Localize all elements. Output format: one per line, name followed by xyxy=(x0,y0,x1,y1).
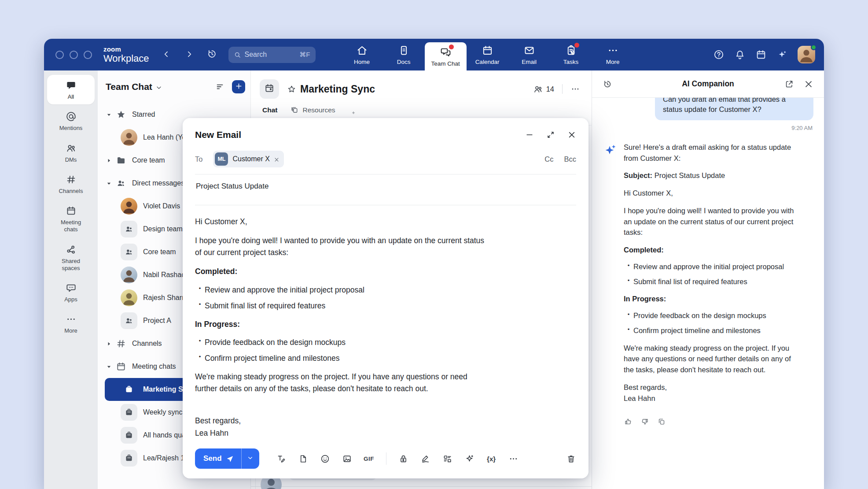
nav-tab-calendar[interactable]: Calendar xyxy=(467,39,508,70)
notifications-icon[interactable] xyxy=(734,49,746,60)
back-button[interactable] xyxy=(160,48,173,61)
bullet-list: •Review and approve the initial project … xyxy=(624,261,801,287)
user-profile-button[interactable] xyxy=(798,46,815,63)
nav-tab-email[interactable]: Email xyxy=(508,39,550,70)
timestamp: 9:20 AM xyxy=(603,125,813,131)
cc-button[interactable]: Cc xyxy=(544,155,553,163)
member-count[interactable]: 14 xyxy=(546,85,554,93)
more-options-icon[interactable] xyxy=(570,84,580,94)
sidebar-item-meeting-chats[interactable]: Meeting chats xyxy=(47,200,95,237)
sidebar-item-mentions[interactable]: Mentions xyxy=(47,106,95,136)
star-icon[interactable] xyxy=(287,85,296,94)
expand-caret-icon[interactable] xyxy=(106,157,112,164)
close-window-button[interactable] xyxy=(55,51,64,59)
nav-tab-label: Docs xyxy=(397,59,411,65)
nav-tab-label: Calendar xyxy=(475,59,500,65)
left-rail: AllMentionsDMsChannelsMeeting chatsShare… xyxy=(44,70,98,489)
send-button[interactable]: Send xyxy=(195,448,241,469)
sidebar-item-apps[interactable]: Apps xyxy=(47,278,95,307)
avatar xyxy=(121,267,137,283)
collapse-caret-icon[interactable] xyxy=(106,180,112,187)
insert-image-icon[interactable] xyxy=(342,454,352,464)
chat-name: Nabil Rashad xyxy=(143,271,185,279)
people-icon xyxy=(116,178,126,189)
main-nav-tabs: HomeDocsTeam ChatCalendarEmailTasksMore xyxy=(341,39,634,70)
sidebar-item-shared-spaces[interactable]: Shared spaces xyxy=(47,239,95,276)
copy-icon[interactable] xyxy=(657,417,666,426)
search-input[interactable]: Search ⌘F xyxy=(228,47,316,63)
tab-resources[interactable]: Resources xyxy=(291,106,335,119)
text-format-icon[interactable] xyxy=(276,454,286,464)
chat-list-header: Team Chat xyxy=(105,77,246,97)
recipient-chip[interactable]: ML Customer X xyxy=(213,151,283,167)
forward-button[interactable] xyxy=(183,48,196,61)
recipient-name: Customer X xyxy=(232,155,269,163)
members-icon[interactable] xyxy=(533,84,543,94)
chat-icon xyxy=(66,80,77,91)
minimize-icon[interactable] xyxy=(525,130,534,139)
nav-tab-home[interactable]: Home xyxy=(341,39,383,70)
sidebar-item-more[interactable]: More xyxy=(47,309,95,338)
signature-icon[interactable] xyxy=(420,454,430,464)
subject-field[interactable]: Project Status Update xyxy=(195,174,576,198)
attach-file-icon[interactable] xyxy=(298,454,308,464)
meeting-icon xyxy=(121,404,137,421)
collapse-caret-icon[interactable] xyxy=(106,363,112,370)
filter-icon[interactable] xyxy=(215,82,225,92)
code-snippet-icon[interactable]: {x} xyxy=(486,454,497,464)
collapse-caret-icon[interactable] xyxy=(106,111,112,118)
ai-sparkle-icon xyxy=(603,143,618,157)
ai-compose-icon[interactable] xyxy=(464,454,474,464)
sidebar-item-all[interactable]: All xyxy=(47,75,95,104)
sidebar-item-label: Mentions xyxy=(59,125,83,132)
delete-draft-icon[interactable] xyxy=(566,454,576,464)
maximize-window-button[interactable] xyxy=(84,51,92,59)
ai-companion-icon[interactable] xyxy=(776,49,788,60)
tab-chat[interactable]: Chat xyxy=(262,106,277,119)
new-chat-button[interactable] xyxy=(232,80,245,93)
email-body-editor[interactable]: Hi Customer X,I hope you're doing well! … xyxy=(195,216,485,439)
chevron-down-icon[interactable] xyxy=(155,84,162,91)
add-tab-button[interactable] xyxy=(349,108,357,116)
help-icon[interactable] xyxy=(713,49,725,60)
sidebar-item-dms[interactable]: DMs xyxy=(47,138,95,167)
thumbs-down-icon[interactable] xyxy=(640,417,649,426)
open-in-new-icon[interactable] xyxy=(784,79,794,89)
nav-tab-team-chat[interactable]: Team Chat xyxy=(425,42,467,70)
divider xyxy=(195,205,576,205)
nav-tab-tasks[interactable]: Tasks xyxy=(550,39,592,70)
modal-header: New Email xyxy=(195,130,576,140)
nav-tab-more[interactable]: More xyxy=(592,39,634,70)
close-icon[interactable] xyxy=(567,130,576,139)
people-icon xyxy=(66,143,77,154)
divider xyxy=(562,84,563,94)
folder-icon xyxy=(116,155,126,166)
calendar-icon xyxy=(116,361,126,372)
apps-icon xyxy=(66,282,77,293)
encryption-icon[interactable] xyxy=(398,454,408,464)
calendar-icon[interactable] xyxy=(755,49,767,60)
chat-list-title[interactable]: Team Chat xyxy=(106,82,152,92)
thumbs-up-icon[interactable] xyxy=(624,417,633,426)
history-button[interactable] xyxy=(206,48,219,61)
template-icon[interactable] xyxy=(442,454,452,464)
recipient-avatar: ML xyxy=(215,152,228,166)
nav-tab-docs[interactable]: Docs xyxy=(383,39,425,70)
expand-caret-icon[interactable] xyxy=(106,341,112,347)
emoji-icon[interactable] xyxy=(320,454,330,464)
expand-icon[interactable] xyxy=(546,130,555,139)
nav-tab-label: Home xyxy=(354,59,370,65)
send-options-button[interactable] xyxy=(241,448,259,469)
group-icon xyxy=(121,244,137,260)
ai-response-text: Sure! Here's a draft email asking for a … xyxy=(624,142,801,411)
sidebar-item-label: Channels xyxy=(59,188,83,195)
nav-tab-label: Tasks xyxy=(563,59,579,65)
sidebar-item-channels[interactable]: Channels xyxy=(47,169,95,199)
minimize-window-button[interactable] xyxy=(70,51,78,59)
more-options-icon[interactable] xyxy=(508,454,519,464)
remove-recipient-icon[interactable] xyxy=(274,156,280,162)
ai-history-icon[interactable] xyxy=(603,79,612,89)
close-icon[interactable] xyxy=(804,79,813,89)
bcc-button[interactable]: Bcc xyxy=(564,155,576,163)
gif-icon[interactable]: GIF xyxy=(364,454,374,464)
